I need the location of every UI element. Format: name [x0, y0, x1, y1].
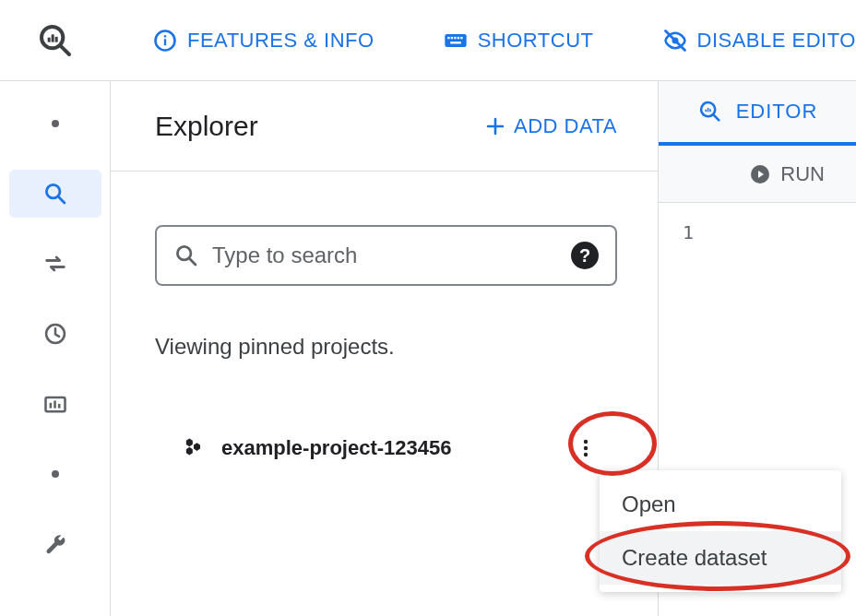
svg-rect-24	[57, 404, 60, 409]
run-bar: RUN	[659, 146, 856, 203]
search-box[interactable]: ?	[155, 225, 617, 286]
explorer-panel: Explorer ADD DATA ? Viewing pinned proje…	[111, 81, 659, 616]
svg-rect-11	[454, 36, 456, 38]
shortcut-label: SHORTCUT	[478, 29, 594, 53]
visibility-off-icon	[662, 28, 688, 53]
project-context-menu: Open Create dataset	[600, 470, 841, 592]
menu-item-open[interactable]: Open	[600, 478, 841, 531]
plus-icon	[484, 115, 506, 137]
add-data-button[interactable]: ADD DATA	[484, 114, 617, 138]
dot-icon	[51, 469, 60, 479]
svg-rect-12	[457, 36, 458, 38]
search-help-icon[interactable]: ?	[571, 242, 599, 269]
svg-rect-2	[48, 37, 51, 41]
run-button[interactable]: RUN	[780, 162, 825, 186]
svg-point-25	[52, 470, 59, 478]
svg-rect-23	[54, 401, 56, 409]
disable-editor-button[interactable]: DISABLE EDITO	[662, 28, 856, 53]
svg-line-27	[190, 259, 196, 265]
svg-point-33	[584, 453, 588, 456]
rail-item-settings[interactable]	[9, 520, 101, 568]
clock-icon	[42, 321, 68, 347]
svg-rect-22	[49, 403, 52, 409]
svg-rect-36	[705, 110, 707, 113]
explorer-title: Explorer	[155, 111, 258, 142]
line-number: 1	[683, 221, 694, 243]
features-info-label: FEATURES & INFO	[187, 29, 374, 53]
keyboard-icon	[443, 28, 469, 53]
svg-point-31	[584, 440, 588, 444]
swap-horiz-icon	[42, 251, 68, 277]
explorer-body: ? Viewing pinned projects. example-proje…	[111, 172, 658, 470]
svg-rect-10	[450, 36, 452, 38]
viewing-pinned-text: Viewing pinned projects.	[155, 334, 617, 360]
svg-rect-6	[164, 39, 166, 45]
svg-rect-13	[460, 36, 462, 38]
more-vert-icon	[575, 437, 597, 459]
rail-item-search[interactable]	[9, 170, 101, 218]
features-info-button[interactable]: FEATURES & INFO	[152, 28, 374, 53]
svg-line-19	[58, 197, 64, 203]
project-icon	[181, 435, 207, 461]
svg-rect-4	[55, 36, 58, 41]
svg-rect-9	[447, 36, 449, 38]
search-input[interactable]	[212, 243, 558, 268]
svg-rect-3	[52, 34, 54, 41]
rail-item-dot-1[interactable]	[9, 100, 101, 148]
disable-editor-label: DISABLE EDITO	[697, 29, 856, 53]
svg-rect-38	[709, 109, 711, 112]
bigquery-small-icon	[697, 99, 723, 124]
play-icon	[749, 163, 771, 185]
project-row[interactable]: example-project-123456	[155, 426, 617, 470]
svg-point-32	[584, 446, 588, 450]
dot-icon	[51, 119, 60, 128]
left-nav-rail	[0, 81, 111, 616]
wrench-icon	[42, 531, 68, 557]
shortcut-button[interactable]: SHORTCUT	[443, 28, 594, 53]
menu-item-create-dataset[interactable]: Create dataset	[600, 531, 841, 585]
svg-line-35	[713, 115, 719, 121]
editor-tab[interactable]: EDITOR	[659, 81, 856, 146]
svg-marker-30	[186, 447, 193, 456]
product-logo[interactable]	[0, 0, 111, 80]
rail-item-dot-2[interactable]	[9, 450, 101, 498]
search-icon	[173, 243, 199, 268]
top-toolbar: FEATURES & INFO SHORTCUT DISABLE EDITO	[0, 0, 856, 81]
project-actions-button[interactable]	[564, 426, 608, 470]
explorer-header: Explorer ADD DATA	[111, 81, 658, 172]
svg-rect-7	[164, 35, 166, 37]
svg-rect-14	[450, 41, 461, 43]
svg-point-17	[52, 120, 59, 127]
svg-rect-37	[707, 108, 708, 112]
dashboard-icon	[42, 391, 68, 417]
rail-item-resources[interactable]	[9, 380, 101, 428]
svg-marker-28	[186, 439, 193, 447]
top-actions: FEATURES & INFO SHORTCUT DISABLE EDITO	[111, 28, 856, 53]
search-icon	[42, 181, 68, 207]
rail-item-history[interactable]	[9, 310, 101, 358]
info-icon	[152, 28, 178, 53]
project-name: example-project-123456	[221, 436, 564, 460]
bigquery-logo-icon	[37, 22, 74, 59]
svg-rect-8	[445, 34, 466, 47]
svg-line-1	[60, 45, 69, 54]
add-data-label: ADD DATA	[514, 114, 617, 138]
rail-item-transfers[interactable]	[9, 240, 101, 288]
editor-tab-label: EDITOR	[736, 100, 818, 124]
svg-marker-29	[194, 443, 200, 451]
